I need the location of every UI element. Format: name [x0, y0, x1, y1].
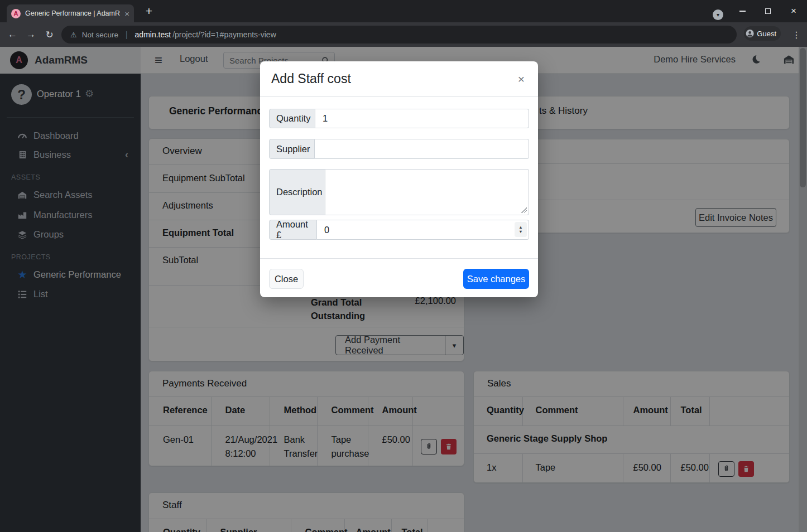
- save-changes-button[interactable]: Save changes: [463, 269, 529, 289]
- address-bar[interactable]: ⚠ Not secure | admin.test/project/?id=1#…: [61, 26, 737, 43]
- browser-update-icon[interactable]: ▾: [713, 9, 723, 20]
- number-spinner[interactable]: ▲ ▼: [515, 222, 527, 237]
- url-path: /project/?id=1#payments-view: [172, 30, 276, 39]
- supplier-field-group: Supplier: [269, 139, 529, 159]
- spinner-down-icon[interactable]: ▼: [518, 230, 522, 234]
- close-button[interactable]: Close: [269, 269, 304, 289]
- window-minimize-button[interactable]: [729, 0, 755, 22]
- browser-window: A Generic Performance | AdamRMS × + ▾ × …: [0, 0, 807, 532]
- url-host: admin.test: [135, 30, 171, 39]
- page: A AdamRMS ? Operator 1 ⚙ Dashboard Busin…: [0, 47, 807, 532]
- description-textarea[interactable]: [325, 169, 529, 215]
- resize-handle-icon[interactable]: [521, 207, 527, 213]
- modal-header: Add Staff cost: [260, 61, 538, 97]
- address-divider: |: [123, 30, 130, 39]
- reload-icon[interactable]: ↻: [40, 29, 59, 41]
- amount-label: Amount £: [269, 220, 317, 240]
- browser-titlebar: A Generic Performance | AdamRMS × + ▾ ×: [0, 0, 807, 22]
- supplier-input[interactable]: [315, 139, 529, 159]
- modal-footer: Close Save changes: [260, 258, 538, 297]
- browser-tab[interactable]: A Generic Performance | AdamRMS ×: [7, 4, 134, 22]
- amount-input[interactable]: [317, 220, 529, 240]
- profile-name: Guest: [757, 30, 776, 38]
- spinner-up-icon[interactable]: ▲: [518, 225, 522, 230]
- quantity-field-group: Quantity: [269, 109, 529, 128]
- not-secure-warning-icon: ⚠: [70, 31, 77, 39]
- not-secure-label[interactable]: Not secure: [82, 31, 118, 39]
- browser-menu-icon[interactable]: ⋮: [789, 26, 804, 43]
- description-field-group: Description: [269, 169, 529, 215]
- forward-icon[interactable]: →: [22, 29, 40, 40]
- quantity-label: Quantity: [269, 109, 315, 128]
- window-maximize-button[interactable]: [755, 0, 781, 22]
- supplier-label: Supplier: [269, 139, 315, 159]
- quantity-input[interactable]: [315, 109, 529, 128]
- new-tab-button[interactable]: +: [142, 4, 156, 18]
- modal-close-icon[interactable]: ×: [513, 71, 529, 87]
- modal-title: Add Staff cost: [271, 71, 351, 86]
- person-icon: [746, 28, 754, 39]
- add-staff-cost-modal: Add Staff cost × Quantity Supplier Descr…: [260, 61, 538, 297]
- tab-close-icon[interactable]: ×: [124, 9, 129, 18]
- window-close-button[interactable]: ×: [781, 0, 806, 22]
- description-label: Description: [269, 169, 325, 215]
- amount-field-group: Amount £ ▲ ▼: [269, 220, 529, 240]
- tab-title: Generic Performance | AdamRMS: [25, 9, 120, 17]
- back-icon[interactable]: ←: [3, 29, 22, 40]
- favicon-adamrms: A: [11, 9, 21, 18]
- browser-profile-chip[interactable]: Guest: [744, 26, 781, 41]
